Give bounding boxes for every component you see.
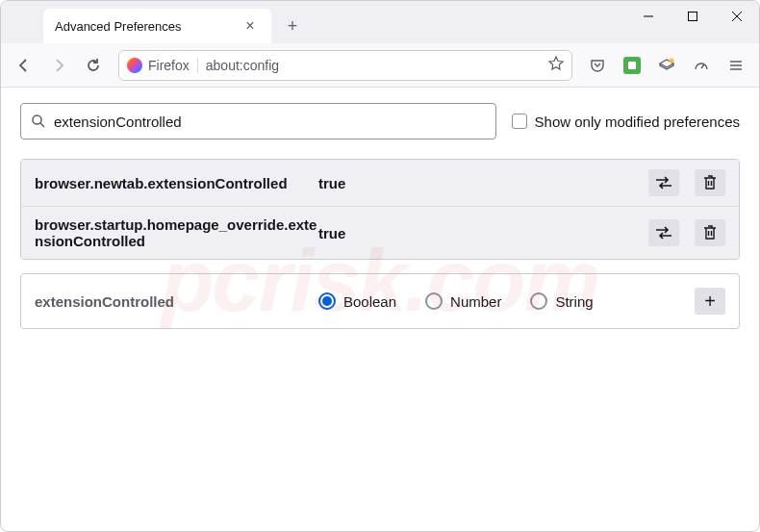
toggle-button[interactable] [648, 169, 679, 196]
search-icon [31, 114, 46, 129]
menu-icon[interactable] [721, 50, 751, 81]
toolbar: Firefox about:config [1, 43, 759, 88]
radio-icon [530, 292, 547, 310]
svg-point-9 [33, 115, 41, 124]
forward-button[interactable] [43, 50, 74, 81]
checkbox-label: Show only modified preferences [535, 114, 740, 130]
radio-label: Number [450, 293, 501, 310]
identity-box[interactable]: Firefox [127, 58, 198, 73]
url-bar[interactable]: Firefox about:config [118, 50, 572, 81]
tab-close-icon[interactable]: × [241, 16, 260, 36]
search-row: Show only modified preferences [20, 103, 740, 139]
radio-icon [425, 292, 443, 310]
identity-label: Firefox [148, 58, 190, 73]
search-input[interactable] [54, 114, 486, 130]
radio-boolean[interactable]: Boolean [318, 292, 396, 310]
preferences-table: browser.newtab.extensionControlled true … [20, 159, 740, 260]
search-box[interactable] [20, 103, 496, 139]
svg-rect-1 [689, 13, 697, 21]
new-tab-button[interactable]: + [279, 13, 306, 39]
radio-string[interactable]: String [530, 292, 593, 310]
pref-row: browser.startup.homepage_override.extens… [21, 207, 739, 259]
back-button[interactable] [9, 50, 39, 81]
add-button[interactable]: + [695, 288, 725, 315]
svg-rect-4 [628, 62, 636, 69]
radio-label: Boolean [343, 293, 396, 310]
radio-label: String [555, 293, 593, 310]
pref-value: true [318, 175, 648, 191]
bookmark-star-icon[interactable] [548, 56, 564, 75]
dashboard-icon[interactable] [686, 50, 717, 81]
content-area: Show only modified preferences browser.n… [1, 88, 759, 344]
svg-point-5 [670, 58, 674, 63]
type-radio-group: Boolean Number String [318, 292, 695, 310]
close-button[interactable] [715, 1, 759, 32]
new-pref-row: extensionControlled Boolean Number Strin… [20, 273, 740, 329]
modified-only-checkbox[interactable]: Show only modified preferences [512, 114, 740, 130]
radio-icon [318, 292, 336, 310]
browser-tab[interactable]: Advanced Preferences × [43, 9, 271, 43]
delete-button[interactable] [695, 169, 725, 196]
titlebar: Advanced Preferences × + [1, 1, 759, 43]
extension-icon[interactable] [617, 50, 647, 81]
delete-button[interactable] [695, 219, 725, 246]
checkbox-icon [512, 114, 527, 129]
pocket-icon[interactable] [582, 50, 613, 81]
pref-name: browser.startup.homepage_override.extens… [35, 216, 318, 249]
window-controls [626, 1, 759, 32]
reload-button[interactable] [78, 50, 109, 81]
new-pref-name: extensionControlled [35, 293, 318, 310]
radio-number[interactable]: Number [425, 292, 501, 310]
svg-line-10 [40, 123, 44, 127]
pref-row: browser.newtab.extensionControlled true [21, 160, 739, 207]
maximize-button[interactable] [671, 1, 715, 32]
pref-value: true [318, 225, 648, 241]
account-icon[interactable] [651, 50, 682, 81]
pref-name: browser.newtab.extensionControlled [35, 175, 318, 191]
url-text: about:config [206, 58, 279, 73]
tab-title: Advanced Preferences [55, 19, 241, 34]
firefox-icon [127, 58, 142, 73]
minimize-button[interactable] [626, 1, 671, 32]
toggle-button[interactable] [648, 219, 679, 246]
